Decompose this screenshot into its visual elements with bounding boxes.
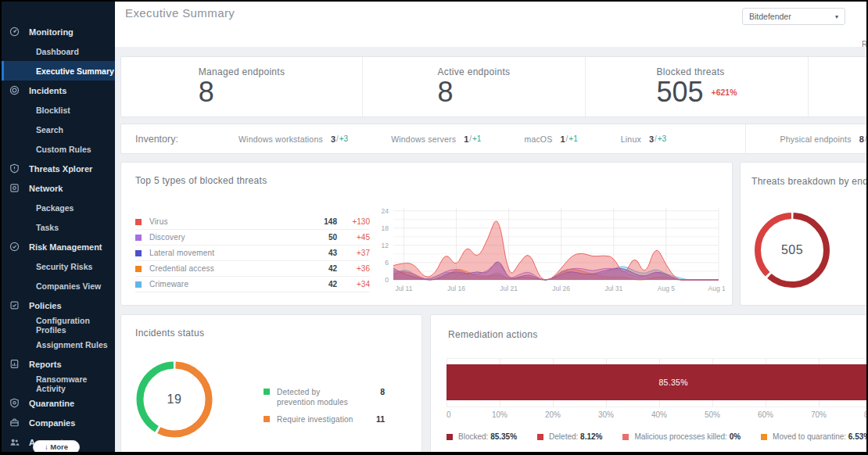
stat-inner: Blocked threats 505 +621% [656,66,737,107]
remediation-legend-text: Deleted: 8.12% [549,432,602,441]
remediation-legend-moved-to-quarantine: Moved to quarantine: 6.53% [761,432,868,441]
sidebar-item-custom-rules[interactable]: Custom Rules [2,139,115,159]
sidebar-item-label: Custom Rules [36,145,91,154]
threat-type-row-discovery: Discovery 50 +45 [135,230,370,245]
threat-type-delta: +45 [337,233,370,242]
remediation-legend-text: Malicious processes killed: 0% [634,432,741,441]
inventory-item-physical-endpoints: Physical endpoints 8 / +8 [745,124,868,153]
inventory-item-count: 3 [649,134,654,144]
legend-swatch [761,434,767,440]
sidebar-item-tasks[interactable]: Tasks [2,217,115,237]
sidebar-item-label: Threats Xplorer [29,164,92,174]
inventory-item-delta: +3 [658,134,666,143]
incidents-legend-value: 11 [376,414,385,425]
policies-icon [9,300,20,310]
sidebar-item-configuration-profiles[interactable]: Configuration Profiles [2,315,115,335]
threat-type-row-virus: Virus 148 +130 [135,214,370,230]
svg-text:12: 12 [382,242,389,249]
sidebar-item-packages[interactable]: Packages [2,198,115,217]
main-content: Executive Summary Bitdefender ▾ R Manage… [115,2,866,452]
panel-title: Remediation actions [448,329,537,340]
panel-title: Incidents status [135,328,204,339]
sidebar-item-policies[interactable]: Policies [2,296,115,315]
threat-type-count: 50 [314,233,337,242]
sidebar-item-quarantine[interactable]: Quarantine [2,393,115,413]
risk-management-icon [9,242,20,252]
panel-title: Top 5 types of blocked threats [135,175,267,186]
sidebar-item-blocklist[interactable]: Blocklist [2,100,115,120]
threat-type-count: 42 [314,264,337,273]
chevron-down-icon: ▾ [835,13,838,20]
threat-type-name: Lateral movement [149,249,314,257]
stat-value: 8 [199,77,214,107]
remediation-legend-malicious-processes-killed: Malicious processes killed: 0% [622,432,741,441]
sidebar-item-risk-management[interactable]: Risk Management [2,237,115,256]
sidebar-item-threats-xplorer[interactable]: Threats Xplorer [2,159,115,178]
inventory-item-name: macOS [524,134,552,144]
inventory-item-windows-workstations: Windows workstations 3 / +3 [239,124,348,153]
sidebar-item-companies[interactable]: Companies [2,413,115,432]
inventory-items: Windows workstations 3 / +3 Windows serv… [229,124,868,153]
remediation-legend-blocked: Blocked: 85.35% [447,432,517,441]
inventory-item-separator: / [655,134,657,143]
threat-type-name: Discovery [149,233,314,242]
svg-text:18: 18 [382,224,389,232]
stat-card-clipped [808,57,868,116]
sidebar-item-label: Policies [29,301,62,310]
sidebar-item-security-risks[interactable]: Security Risks [2,256,115,276]
stat-value-row: 8 [199,77,285,107]
inventory-item-delta: +1 [569,134,577,143]
sidebar-item-incidents[interactable]: Incidents [2,81,115,100]
sidebar-item-dashboard[interactable]: Dashboard [2,41,115,61]
threat-type-delta: +130 [337,217,370,226]
svg-text:Jul 31: Jul 31 [604,285,622,292]
incidents-legend-label: Require investigation [277,414,357,425]
sidebar-item-label: Packages [36,203,74,213]
legend-swatch [622,434,629,440]
incidents-legend-label: Detected by prevention modules [277,387,357,407]
sidebar-item-search[interactable]: Search [2,120,115,139]
company-selector[interactable]: Bitdefender ▾ [742,8,845,25]
sidebar-item-companies-view[interactable]: Companies View [2,276,115,296]
threat-type-count: 43 [314,249,337,257]
threats-xplorer-icon [9,163,20,174]
svg-text:Jul 11: Jul 11 [395,285,412,292]
company-selector-value: Bitdefender [749,12,791,21]
sidebar-item-label: Network [29,184,63,193]
sidebar-item-assignment-rules[interactable]: Assignment Rules [2,335,115,354]
legend-swatch [264,416,270,422]
sidebar-item-executive-summary[interactable]: Executive Summary [2,61,115,81]
legend-swatch [537,434,543,440]
svg-text:Aug 5: Aug 5 [658,285,675,292]
sidebar-item-label: Quarantine [29,399,74,408]
stat-inner: Managed endpoints 8 [199,66,285,107]
axis-tick-label: 40% [651,410,667,419]
bar-value-label: 85.35% [447,364,868,400]
legend-swatch [135,266,142,272]
threats-breakdown-donut: 505 [753,211,831,289]
inventory-item-separator: / [336,134,339,143]
sidebar-item-monitoring[interactable]: Monitoring [2,22,115,41]
legend-swatch [135,250,142,256]
sidebar-item-label: Blocklist [36,106,70,115]
sidebar-item-label: Risk Management [29,242,102,252]
sidebar-item-label: Ransomware Activity [36,374,115,393]
sidebar-item-reports[interactable]: Reports [2,354,115,374]
inventory-item-windows-servers: Windows servers 1 / +1 [391,124,481,153]
axis-tick-label: 10% [492,410,508,419]
threat-type-name: Virus [149,217,314,226]
sidebar-item-network[interactable]: Network [2,178,115,198]
stat-card-blocked-threats: Blocked threats 505 +621% [585,57,808,116]
legend-swatch [447,434,453,440]
threats-breakdown-panel: Threats breakdown by endpoint 505 [740,162,868,306]
top-threats-panel: Top 5 types of blocked threats Virus 148… [120,162,733,306]
stat-value-row: 505 +621% [656,77,737,107]
reports-icon [9,359,20,369]
sidebar-item-ransomware-activity[interactable]: Ransomware Activity [2,374,115,393]
remediation-actions-panel: Remediation actions 010%20%30%40%50%60%7… [430,314,868,453]
incidents-status-donut: 19 [135,360,213,439]
bar-segment-blocked: 85.35% [447,364,868,400]
sidebar-more-button[interactable]: ↓ More [33,440,80,454]
inventory-item-count: 3 [331,134,335,144]
stat-value: 8 [438,77,454,107]
